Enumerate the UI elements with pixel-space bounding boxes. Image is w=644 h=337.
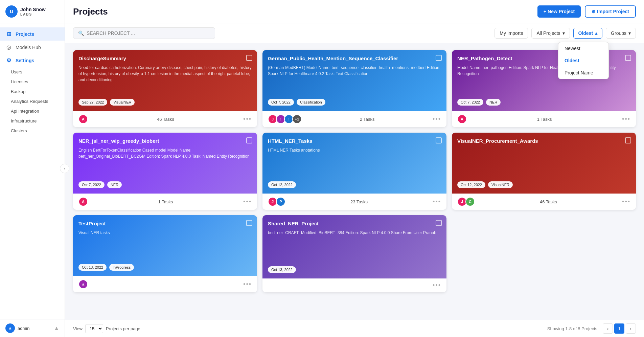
card-header: VisualNER_Procurement_Awards Oct 12, 202… bbox=[452, 133, 636, 194]
project-tag: NER bbox=[107, 181, 122, 188]
project-card[interactable]: HTML_NER_Tasks HTML NER Tasks anotations… bbox=[262, 133, 446, 210]
project-card[interactable]: TestProject Visual NER tasks Oct 13, 202… bbox=[73, 215, 257, 292]
project-card[interactable]: German_Public_Health_Mention_Sequence_Cl… bbox=[262, 50, 446, 127]
sidebar-item-licenses[interactable]: Licenses bbox=[0, 77, 65, 87]
card-footer: ••• bbox=[262, 278, 446, 292]
card-title: HTML_NER_Tasks bbox=[268, 138, 441, 144]
toolbar-filters: My Imports All Projects ▾ Oldest ▴ Group… bbox=[495, 28, 636, 39]
sidebar-item-api[interactable]: Api Integration bbox=[0, 106, 65, 116]
search-icon: 🔍 bbox=[78, 30, 84, 36]
my-imports-button[interactable]: My Imports bbox=[495, 28, 528, 39]
groups-filter[interactable]: Groups ▾ bbox=[606, 28, 636, 39]
sidebar-item-analytics[interactable]: Analytics Requests bbox=[0, 96, 65, 106]
sidebar-item-backup[interactable]: Backup bbox=[0, 87, 65, 96]
card-more-button[interactable]: ••• bbox=[433, 116, 441, 123]
user-info: a admin bbox=[5, 323, 29, 333]
per-page-select[interactable]: 15 25 50 bbox=[85, 324, 103, 333]
sidebar-footer: a admin ▲ bbox=[0, 319, 65, 337]
sidebar-item-infrastructure[interactable]: Infrastructure bbox=[0, 116, 65, 126]
card-more-button[interactable]: ••• bbox=[622, 198, 630, 205]
chevron-down-icon-groups: ▾ bbox=[628, 30, 631, 36]
project-tag: NER bbox=[486, 99, 501, 106]
task-count: 46 Tasks bbox=[540, 199, 557, 204]
card-checkbox[interactable] bbox=[246, 137, 252, 143]
avatar: +1 bbox=[292, 114, 302, 124]
settings-icon: ⚙ bbox=[5, 57, 12, 64]
card-footer: JP 23 Tasks ••• bbox=[262, 194, 446, 210]
card-more-button[interactable]: ••• bbox=[243, 198, 252, 205]
project-tag: InProgress bbox=[109, 264, 134, 271]
date-tag: Oct 7, 2022 bbox=[457, 99, 483, 106]
card-title: German_Public_Health_Mention_Sequence_Cl… bbox=[268, 55, 441, 61]
card-description: Need for cardiac catheterization. Corona… bbox=[78, 65, 252, 95]
card-footer: A 1 Tasks ••• bbox=[452, 111, 636, 127]
sidebar-item-models-hub[interactable]: ◎ Models Hub bbox=[0, 41, 65, 54]
sidebar-label-projects: Projects bbox=[16, 31, 34, 37]
sort-project-name[interactable]: Project Name bbox=[558, 67, 608, 79]
footer-avatars: A bbox=[78, 114, 88, 124]
prev-page-button[interactable]: ‹ bbox=[603, 323, 613, 334]
card-description: Visual NER tasks bbox=[78, 230, 252, 260]
project-card[interactable]: Shared_NER_Project bert_ner_CRAFT_Modifi… bbox=[262, 215, 446, 292]
card-more-button[interactable]: ••• bbox=[622, 116, 630, 123]
sidebar-item-users[interactable]: Users bbox=[0, 67, 65, 77]
sidebar-item-settings[interactable]: ⚙ Settings bbox=[0, 54, 65, 67]
card-header: Shared_NER_Project bert_ner_CRAFT_Modifi… bbox=[262, 215, 446, 278]
search-box[interactable]: 🔍 bbox=[73, 27, 215, 39]
pagination-area: Showing 1-8 of 8 Projects ‹ 1 › bbox=[547, 323, 636, 334]
new-project-button[interactable]: + New Project bbox=[537, 5, 581, 18]
sidebar-item-clusters[interactable]: Clusters bbox=[0, 126, 65, 136]
card-checkbox[interactable] bbox=[625, 55, 631, 61]
card-checkbox[interactable] bbox=[436, 220, 442, 226]
card-footer: J↑↑+1 2 Tasks ••• bbox=[262, 111, 446, 127]
project-card[interactable]: VisualNER_Procurement_Awards Oct 12, 202… bbox=[452, 133, 636, 210]
card-description bbox=[457, 147, 630, 177]
sort-oldest[interactable]: Oldest bbox=[558, 54, 608, 67]
card-title: NER_jsl_ner_wip_greedy_biobert bbox=[78, 138, 252, 144]
sort-dropdown: Newest Oldest Project Name bbox=[558, 42, 609, 79]
logo-labs: LABS bbox=[20, 13, 46, 16]
view-control: View 15 25 50 Projects per page bbox=[73, 324, 140, 333]
card-tags: Sep 27, 2022 VisualNER bbox=[78, 99, 252, 106]
pagination: ‹ 1 › bbox=[603, 323, 636, 334]
sidebar-item-projects[interactable]: ⊞ Projects bbox=[0, 27, 65, 41]
search-input[interactable] bbox=[87, 30, 210, 36]
all-projects-filter[interactable]: All Projects ▾ bbox=[531, 28, 570, 39]
page-1-button[interactable]: 1 bbox=[614, 323, 624, 334]
card-footer: A 46 Tasks ••• bbox=[73, 111, 257, 127]
project-card[interactable]: NER_jsl_ner_wip_greedy_biobert English B… bbox=[73, 133, 257, 210]
card-more-button[interactable]: ••• bbox=[243, 281, 252, 288]
sort-newest[interactable]: Newest bbox=[558, 42, 608, 54]
task-count: 46 Tasks bbox=[157, 117, 174, 122]
footer-avatars: A bbox=[78, 197, 88, 206]
sort-filter[interactable]: Oldest ▴ bbox=[573, 28, 603, 39]
sidebar-label-models-hub: Models Hub bbox=[16, 45, 41, 50]
task-count: 1 Tasks bbox=[537, 117, 552, 122]
card-checkbox[interactable] bbox=[436, 137, 442, 143]
date-tag: Sep 27, 2022 bbox=[78, 99, 107, 106]
project-card[interactable]: DischargeSummary Need for cardiac cathet… bbox=[73, 50, 257, 127]
chevron-up-icon: ▴ bbox=[595, 30, 597, 36]
import-project-button[interactable]: ⊕ Import Project bbox=[585, 5, 636, 18]
card-checkbox[interactable] bbox=[246, 220, 252, 226]
logo-icon: U bbox=[5, 5, 18, 18]
toolbar: 🔍 My Imports All Projects ▾ Oldest ▴ Gro… bbox=[65, 23, 644, 43]
card-checkbox[interactable] bbox=[436, 55, 442, 61]
card-more-button[interactable]: ••• bbox=[433, 198, 441, 205]
next-page-button[interactable]: › bbox=[626, 323, 636, 334]
card-more-button[interactable]: ••• bbox=[433, 282, 441, 289]
card-header: German_Public_Health_Mention_Sequence_Cl… bbox=[262, 50, 446, 111]
card-more-button[interactable]: ••• bbox=[243, 116, 252, 123]
avatar: C bbox=[465, 197, 475, 206]
project-tag: VisualNER bbox=[110, 99, 135, 106]
card-description: HTML NER Tasks anotations bbox=[268, 147, 441, 177]
card-title: DischargeSummary bbox=[78, 55, 252, 61]
card-header: NER_jsl_ner_wip_greedy_biobert English B… bbox=[73, 133, 257, 194]
user-menu-icon[interactable]: ▲ bbox=[54, 325, 59, 331]
card-checkbox[interactable] bbox=[625, 137, 631, 143]
card-checkbox[interactable] bbox=[246, 55, 252, 61]
sidebar-collapse-button[interactable]: ‹ bbox=[60, 164, 69, 173]
date-tag: Oct 7, 2022 bbox=[268, 99, 294, 106]
avatar: A bbox=[457, 114, 467, 124]
logo-text: John Snow LABS bbox=[20, 7, 46, 16]
